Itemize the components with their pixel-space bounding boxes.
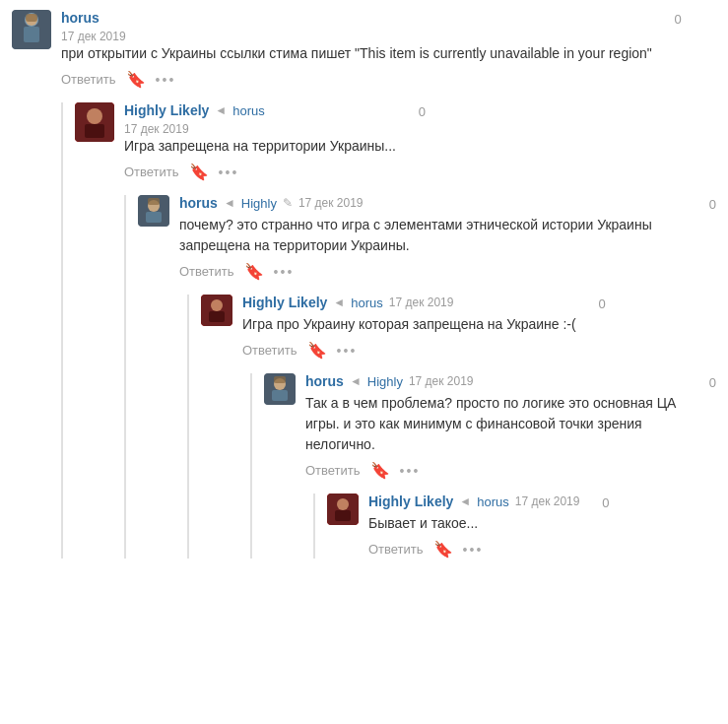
more-btn-c5[interactable]: •••: [400, 463, 421, 479]
avatar-c5: [264, 373, 296, 405]
username-c2[interactable]: Highly Likely: [124, 102, 209, 118]
body-c4: Игра про Украину которая запрещена на Ук…: [242, 314, 576, 335]
actions-c6: Ответить 🔖 •••: [368, 540, 579, 559]
save-btn-c2[interactable]: 🔖: [189, 163, 209, 181]
reply-btn-c1[interactable]: Ответить: [61, 72, 116, 87]
reply-arrow-c4: ◄: [333, 296, 345, 309]
vote-c5: 0: [709, 375, 716, 480]
reply-arrow-c5: ◄: [350, 374, 362, 388]
date-c5: 17 дек 2019: [409, 374, 474, 388]
body-c6: Бывает и такое...: [368, 513, 579, 534]
comment-header-c5: horus ◄ Highly 17 дек 2019: [305, 373, 687, 389]
reply-btn-c2[interactable]: Ответить: [124, 165, 179, 179]
more-btn-c1[interactable]: •••: [156, 72, 176, 88]
body-c2: Игра запрещена на территории Украины...: [124, 136, 396, 157]
save-btn-c3[interactable]: 🔖: [244, 262, 264, 281]
date-c4: 17 дек 2019: [389, 296, 454, 309]
comment-c6: Highly Likely ◄ horus 17 дек 2019 Бывает…: [327, 494, 716, 559]
avatar-c2: [75, 102, 114, 142]
vote-c1: 0: [675, 12, 682, 89]
reply-to-c4[interactable]: horus: [351, 296, 383, 310]
body-c3: почему? это странно что игра с элементам…: [179, 215, 687, 256]
reply-btn-c3[interactable]: Ответить: [179, 264, 234, 279]
reply-arrow-c6: ◄: [459, 494, 471, 508]
level-4-block: horus ◄ Highly 17 дек 2019 Так а в чем п…: [250, 373, 716, 559]
level-3-block: Highly Likely ◄ horus 17 дек 2019 Игра п…: [187, 295, 716, 559]
username-c3[interactable]: horus: [179, 195, 218, 211]
reply-arrow-c2: ◄: [215, 103, 227, 117]
comment-header-c1: horus: [61, 10, 652, 26]
save-btn-c1[interactable]: 🔖: [126, 70, 146, 89]
comment-c1: horus 17 дек 2019 при открытии с Украины…: [12, 10, 716, 89]
date-c6: 17 дек 2019: [515, 494, 580, 508]
comment-header-c3: horus ◄ Highly ✎ 17 дек 2019: [179, 195, 687, 211]
username-c4[interactable]: Highly Likely: [242, 295, 327, 310]
username-c6[interactable]: Highly Likely: [368, 494, 453, 509]
edit-icon-c3: ✎: [283, 196, 293, 210]
reply-to-c6[interactable]: horus: [477, 494, 509, 509]
date-c1: 17 дек 2019: [61, 30, 652, 43]
comment-header-c2: Highly Likely ◄ horus: [124, 102, 396, 118]
reply-btn-c4[interactable]: Ответить: [242, 343, 298, 358]
actions-c2: Ответить 🔖 •••: [124, 163, 396, 181]
comment-header-c4: Highly Likely ◄ horus 17 дек 2019: [242, 295, 576, 310]
comment-c5: horus ◄ Highly 17 дек 2019 Так а в чем п…: [264, 373, 716, 480]
save-btn-c6[interactable]: 🔖: [433, 540, 453, 559]
avatar-c6: [327, 494, 359, 525]
reply-arrow-c3: ◄: [224, 196, 235, 210]
reply-to-c2[interactable]: horus: [232, 103, 265, 118]
comment-thread: horus 17 дек 2019 при открытии с Украины…: [0, 0, 728, 582]
actions-c4: Ответить 🔖 •••: [242, 341, 576, 360]
reply-btn-c5[interactable]: Ответить: [305, 463, 361, 478]
reply-to-c3[interactable]: Highly: [241, 196, 277, 211]
username-c1[interactable]: horus: [61, 10, 99, 26]
date-c3: 17 дек 2019: [298, 196, 364, 210]
reply-to-c5[interactable]: Highly: [367, 374, 403, 389]
body-c1: при открытии с Украины ссылки стима пише…: [61, 43, 652, 64]
date-c2: 17 дек 2019: [124, 122, 396, 136]
comment-c3: horus ◄ Highly ✎ 17 дек 2019 почему? это…: [138, 195, 716, 281]
vote-c6: 0: [602, 495, 609, 559]
vote-c2: 0: [419, 104, 426, 181]
actions-c1: Ответить 🔖 •••: [61, 70, 652, 89]
level-1-block: Highly Likely ◄ horus 17 дек 2019 Игра з…: [61, 102, 716, 559]
avatar-c1: [12, 10, 51, 49]
level-2-block: horus ◄ Highly ✎ 17 дек 2019 почему? это…: [124, 195, 716, 559]
save-btn-c4[interactable]: 🔖: [307, 341, 327, 360]
more-btn-c6[interactable]: •••: [463, 542, 484, 558]
vote-c3: 0: [709, 197, 716, 281]
more-btn-c4[interactable]: •••: [337, 343, 358, 359]
comment-c2: Highly Likely ◄ horus 17 дек 2019 Игра з…: [75, 102, 716, 181]
more-btn-c2[interactable]: •••: [219, 165, 239, 180]
body-c5: Так а в чем проблема? просто по логике э…: [305, 393, 687, 455]
more-btn-c3[interactable]: •••: [274, 264, 295, 280]
save-btn-c5[interactable]: 🔖: [370, 461, 390, 480]
username-c5[interactable]: horus: [305, 373, 344, 389]
avatar-c4: [201, 295, 232, 326]
avatar-c3: [138, 195, 169, 227]
actions-c3: Ответить 🔖 •••: [179, 262, 687, 281]
level-5-block: Highly Likely ◄ horus 17 дек 2019 Бывает…: [313, 494, 716, 559]
comment-c4: Highly Likely ◄ horus 17 дек 2019 Игра п…: [201, 295, 716, 360]
vote-c4: 0: [598, 296, 605, 360]
reply-btn-c6[interactable]: Ответить: [368, 542, 424, 557]
actions-c5: Ответить 🔖 •••: [305, 461, 687, 480]
comment-header-c6: Highly Likely ◄ horus 17 дек 2019: [368, 494, 579, 509]
